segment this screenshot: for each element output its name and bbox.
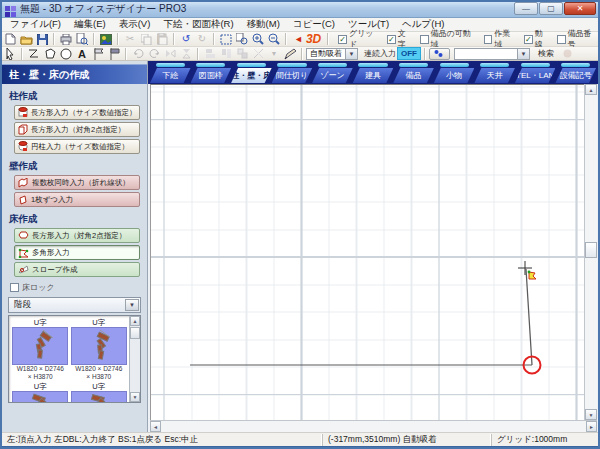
vertical-scrollbar[interactable]: ▲ ▼ [584,84,597,420]
search-input[interactable]: ▼ [454,48,530,60]
tab-partition[interactable]: 間仕切り [272,61,313,84]
scroll-down-icon[interactable]: ▼ [585,409,597,420]
tab-accessories[interactable]: 小物 [434,61,475,84]
stair-item[interactable]: U字 W1820 × D2746 × H3870 [11,317,70,381]
redo-icon: ↻ [195,33,209,45]
menu-file[interactable]: ファイル(F) [10,18,61,31]
paw-icon [434,49,443,58]
print-icon[interactable] [59,33,73,45]
floor-rect-diag-button[interactable]: 長方形入力（対角2点指定） [14,228,140,243]
pillar-cylinder-size-button[interactable]: 円柱入力（サイズ数値指定） [14,139,140,154]
cut-icon: ✂ [123,33,137,45]
wall-panels-icon [18,178,29,188]
category-tab-strip: 下絵 図面枠 柱・壁・床 間仕切り ゾーン 建具 備品 小物 天井 TEL・LA… [148,61,598,84]
drawing-canvas[interactable] [150,84,584,420]
floor-lock-checkbox[interactable]: 床ロック [10,282,147,293]
tab-equipment-symbol[interactable]: 設備記号 [555,61,596,84]
flag-icon[interactable] [91,48,105,60]
zoom-region-icon[interactable] [235,33,249,45]
stair-item[interactable]: U字 [70,381,129,403]
scroll-down-icon[interactable]: ▼ [130,392,140,402]
tab-pillar-wall-floor[interactable]: 柱・壁・床 [231,61,272,84]
scroll-left-icon[interactable]: ◄ [150,421,161,432]
menu-underlay-frame[interactable]: 下絵・図面枠(R) [163,18,233,31]
tab-light [237,63,266,67]
open-folder-icon[interactable] [19,33,33,45]
scroll-up-icon[interactable]: ▲ [130,316,140,326]
parts-category-dropdown[interactable]: 階段 ▼ [8,297,141,313]
continuous-input-toggle[interactable]: OFF [397,47,421,60]
3d-view-button[interactable]: 3D [306,32,321,46]
floor-slab-icon [18,231,29,240]
zoom-in-icon[interactable] [251,33,265,45]
tab-light [196,63,225,67]
status-coordinates: (-317mm,3510mm) 自動吸着 [322,434,491,446]
stair-thumbnail [12,391,68,403]
circle-icon[interactable] [59,48,73,60]
undo-icon[interactable]: ↺ [179,33,193,45]
image-properties-icon[interactable] [99,33,113,45]
tab-fittings[interactable]: 建具 [353,61,394,84]
chevron-down-icon[interactable]: ▼ [345,49,357,59]
wall-panel-icon [18,195,28,205]
polygon-icon[interactable] [43,48,57,60]
rotate-right-icon [147,48,161,60]
print-preview-icon[interactable] [75,33,89,45]
sidebar-title: 柱・壁・床の作成 [2,64,147,84]
group-icon [235,48,249,60]
flag-alt-icon[interactable] [107,48,121,60]
tab-furniture[interactable]: 備品 [393,61,434,84]
toolbar-draw: A ▼ 自動吸着▼ 連続入力 OFF ▼ 検索 [2,47,598,61]
scroll-thumb[interactable] [585,242,597,258]
text-icon[interactable]: A [75,48,89,60]
stair-item[interactable]: U字 [11,381,70,403]
select-arrow-icon[interactable] [3,48,17,60]
search-button[interactable]: 検索 [533,48,559,60]
window-title: 無題 - 3D オフィスデザイナー PRO3 [20,2,186,16]
minimize-button[interactable]: — [514,2,538,15]
pillar-rect-diag-button[interactable]: 長方形入力（対角2点指定） [14,122,140,137]
tab-drawing-frame[interactable]: 図面枠 [191,61,232,84]
stair-item[interactable]: U字 W1820 × D2746 × H3870 [70,317,129,381]
flow-line-register-button[interactable] [429,48,450,60]
app-icon [5,3,16,14]
search-go-icon [560,48,574,60]
wall-multi-input-button[interactable]: 複数枚同時入力（折れ線状） [14,175,140,190]
pillar-rect-size-button[interactable]: 長方形入力（サイズ数値指定） [14,105,140,120]
zoom-fit-icon[interactable] [219,33,233,45]
cylinder-icon [18,107,28,118]
menu-move[interactable]: 移動(M) [247,18,280,31]
status-grid-size: グリッド:1000mm [491,434,598,446]
pen-icon[interactable] [283,48,297,60]
scroll-up-icon[interactable]: ▲ [585,84,597,95]
snap-mode-dropdown[interactable]: 自動吸着▼ [306,48,358,60]
chevron-down-icon[interactable]: ▼ [125,299,139,311]
tab-tel-lan[interactable]: TEL・LAN [515,61,556,84]
tab-ceiling[interactable]: 天井 [474,61,515,84]
polyline-icon[interactable] [27,48,41,60]
chevron-down-icon[interactable]: ▼ [517,49,529,59]
tab-underlay[interactable]: 下絵 [150,61,191,84]
title-bar: 無題 - 3D オフィスデザイナー PRO3 — ▢ ✕ [0,0,600,18]
maximize-button[interactable]: ▢ [539,2,563,15]
zoom-out-icon[interactable] [267,33,281,45]
save-icon[interactable] [35,33,49,45]
floor-polygon-button[interactable]: 多角形入力 [14,245,140,260]
menu-copy[interactable]: コピー(C) [293,18,335,31]
horizontal-scrollbar[interactable]: ◄ ► [150,420,597,432]
wall-single-input-button[interactable]: 1枚ずつ入力 [14,192,140,207]
menu-edit[interactable]: 編集(E) [74,18,106,31]
floor-section-label: 床作成 [9,213,147,226]
tab-light [399,63,428,67]
close-button[interactable]: ✕ [564,2,596,15]
menu-view[interactable]: 表示(V) [119,18,151,31]
list-scrollbar[interactable]: ▲ ▼ [129,316,140,402]
scroll-thumb[interactable] [130,327,140,339]
tab-zone[interactable]: ゾーン [312,61,353,84]
wall-section-label: 壁作成 [9,160,147,173]
scroll-right-icon[interactable]: ► [586,421,597,432]
new-file-icon[interactable] [3,33,17,45]
floor-slope-button[interactable]: スロープ作成 [14,262,140,277]
tab-light [521,63,550,67]
status-hint: 左:頂点入力 左DBL:入力終了 BS:1点戻る Esc:中止 [2,434,322,446]
